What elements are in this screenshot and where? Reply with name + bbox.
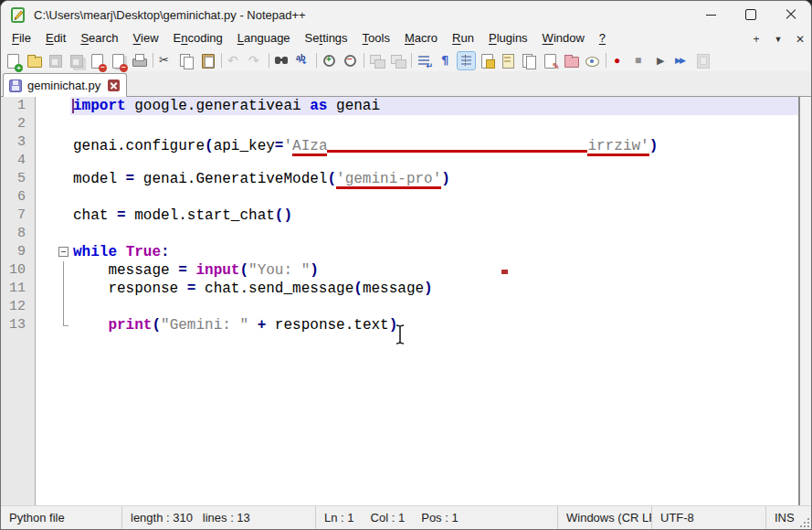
zoom-in-icon[interactable] [321,52,338,69]
new-file-icon[interactable] [5,52,22,69]
monitoring-icon[interactable] [584,52,601,69]
menu-item-encoding[interactable]: Encoding [166,28,230,49]
notepad-plus-plus-icon [11,7,26,23]
menu-item-tools[interactable]: Tools [355,28,397,49]
menu-item-macro[interactable]: Macro [397,28,445,49]
toolbar [1,49,811,71]
code-line-3[interactable]: genai.configure(api_key='AIzairrziw') [73,133,798,152]
line-number: 1 [1,97,35,115]
document-list-icon[interactable] [521,52,538,69]
line-number: 13 [1,316,35,334]
menu-item-search[interactable]: Search [73,28,125,49]
code-line-5[interactable]: model = genai.GenerativeModel('gemini-pr… [73,170,798,188]
code-line-1[interactable]: import google.generativeai as genai [70,97,798,115]
indent-guide-icon[interactable] [458,52,475,69]
token: ) [389,317,398,334]
tab-geminichat[interactable]: geminichat.py [3,73,127,97]
document-map-icon[interactable] [500,52,517,69]
menu-item-window[interactable]: Window [535,28,592,49]
menu-item-plugins[interactable]: Plugins [481,28,535,49]
macro-stop-icon[interactable] [631,52,649,69]
menu-item-settings[interactable]: Settings [298,28,355,49]
line-number: 11 [1,280,35,298]
function-list-icon[interactable] [479,52,496,69]
menu-item-edit[interactable]: Edit [38,28,73,49]
code-line-9[interactable]: while True: [73,243,798,261]
token: message [73,262,178,279]
vertical-scrollbar[interactable] [798,97,811,505]
folder-workspace-icon[interactable] [563,52,580,69]
macro-record-icon[interactable] [610,52,627,69]
line-number: 10 [1,261,35,280]
menu-item-language[interactable]: Language [230,28,298,49]
zoom-out-icon[interactable] [342,52,359,69]
code-line-12[interactable] [73,298,798,316]
menu-item-run[interactable]: Run [445,28,481,49]
tab-list-dropdown-icon[interactable]: ▼ [767,35,789,44]
new-tab-icon[interactable]: + [745,33,767,46]
status-eol-format[interactable]: Windows (CR LF) [566,511,652,525]
toolbar-separator [316,53,317,68]
code-text-area[interactable]: import google.generativeai as genaigenai… [70,97,798,505]
code-line-10[interactable]: message = input("You: ") [73,261,798,280]
macro-play-icon[interactable] [652,52,670,69]
close-window-button[interactable] [771,1,811,28]
token: ) [310,262,319,279]
token: = [117,207,126,224]
macro-run-multi-icon[interactable] [673,52,691,69]
open-icon[interactable] [26,52,43,69]
token: ( [327,171,336,187]
replace-icon[interactable] [294,52,311,69]
status-caret-position: Ln : 1 Col : 1 Pos : 1 [324,511,459,525]
menu-item-help[interactable]: ? [592,28,613,49]
page-edit-icon[interactable] [542,52,559,69]
code-line-2[interactable] [73,115,798,133]
editor-area: 12345678910111213 import google.generati… [1,97,811,505]
token: as [310,98,327,114]
word-wrap-icon[interactable] [416,52,433,69]
fold-margin[interactable] [36,97,70,505]
close-icon[interactable] [89,52,106,69]
show-all-chars-icon[interactable] [437,52,454,69]
token: = [126,171,135,187]
fold-row [36,97,70,115]
maximize-button[interactable] [731,1,771,28]
fold-marker-mid [36,298,70,316]
menu-item-view[interactable]: View [126,28,166,49]
fold-marker-start[interactable] [36,243,70,261]
toolbar-separator [606,53,606,68]
print-icon[interactable] [131,52,148,69]
fold-row [36,133,70,152]
menu-bar: FileEditSearchViewEncodingLanguageSettin… [1,28,811,49]
token [248,317,258,334]
code-line-7[interactable]: chat = model.start_chat() [73,207,798,225]
code-line-8[interactable] [73,225,798,243]
fold-marker-mid [36,261,70,280]
code-line-11[interactable]: response = chat.send_message(message) [73,280,798,298]
tab-close-icon[interactable] [108,80,120,91]
status-encoding[interactable]: UTF-8 [660,511,694,525]
code-line-13[interactable]: print("Gemini: " + response.text) [73,316,798,334]
code-line-6[interactable] [73,188,798,207]
cut-icon[interactable] [157,52,174,69]
status-doc-size: length : 310 lines : 13 [131,511,250,525]
fold-row [36,225,70,243]
close-all-icon[interactable] [110,52,127,69]
sync-h-icon [389,52,406,69]
code-line-4[interactable] [73,152,798,170]
line-number: 2 [1,115,35,133]
line-number: 8 [1,225,35,243]
find-icon[interactable] [273,52,290,69]
status-insert-mode[interactable]: INS [775,511,795,525]
copy-icon[interactable] [178,52,195,69]
token: message [363,281,424,297]
token: 'gemini-pro' [336,170,441,186]
minimize-button[interactable] [691,1,731,28]
menu-item-file[interactable]: File [5,28,38,49]
close-document-icon[interactable]: ✕ [789,33,811,46]
paste-icon[interactable] [199,52,216,69]
redacted-mark [501,270,508,274]
token: response.text [266,317,388,334]
token: model [73,171,126,187]
window-title: C:\Users\mearj\Desktop\geminichat.py - N… [34,8,306,22]
